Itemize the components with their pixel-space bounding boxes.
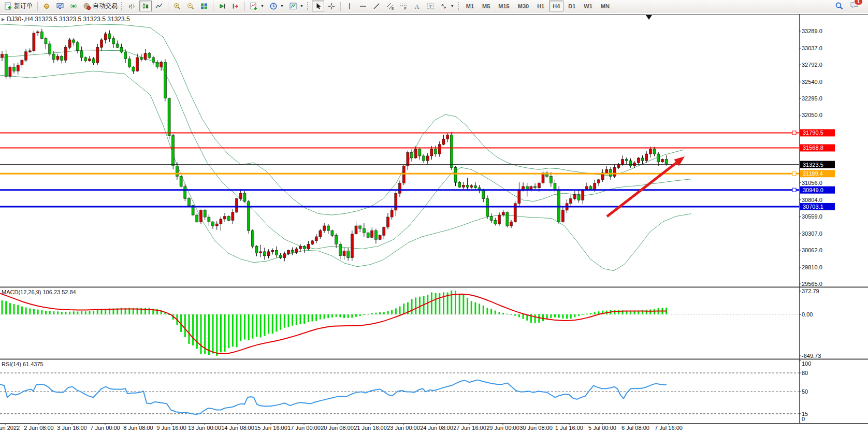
label-tool-button[interactable]: T xyxy=(424,1,437,11)
chart-title-text: DJ30-,H4 31323.5 31323.5 31323.5 31323.5 xyxy=(7,16,130,23)
timeframe-H1[interactable]: H1 xyxy=(533,1,548,11)
chart-shift-button[interactable] xyxy=(229,1,242,11)
axis-label: 32050.0 xyxy=(802,112,822,118)
macd-histogram-bar xyxy=(339,314,341,317)
chart-shift-marker-icon[interactable] xyxy=(646,15,652,20)
candle-body xyxy=(339,244,341,255)
macd-histogram-bar xyxy=(268,314,269,334)
level-line-handle[interactable] xyxy=(792,188,796,192)
candle-body xyxy=(359,226,361,228)
macd-histogram-bar xyxy=(272,314,273,334)
market-watch-button[interactable] xyxy=(54,1,66,11)
candle-body xyxy=(418,149,421,156)
bar-chart-icon xyxy=(128,2,136,10)
zoom-out-button[interactable] xyxy=(184,1,197,11)
auto-scroll-button[interactable] xyxy=(216,1,228,11)
arrows-tool-button[interactable]: ▼ xyxy=(438,1,456,11)
candle-body xyxy=(180,176,182,186)
profiles-button[interactable] xyxy=(40,1,53,11)
auto-trading-button[interactable]: 自动交易 xyxy=(81,1,120,11)
axis-label: 30307.0 xyxy=(802,230,822,237)
candle-body xyxy=(73,40,75,42)
candle-body xyxy=(13,67,16,71)
svg-text:A: A xyxy=(414,3,419,10)
timeframe-H4[interactable]: H4 xyxy=(549,1,563,11)
candle-body xyxy=(498,215,501,224)
toolbar-grip xyxy=(307,2,310,10)
axis-label: 31568.8 xyxy=(803,145,823,151)
navigator-icon xyxy=(69,2,78,10)
level-line-handle[interactable] xyxy=(792,172,796,176)
candle-body xyxy=(390,210,393,217)
periods-button[interactable]: ▼ xyxy=(267,1,286,11)
zoom-in-button[interactable] xyxy=(171,1,183,11)
vertical-line-icon xyxy=(345,2,354,10)
horizontal-line-tool-button[interactable] xyxy=(357,1,369,11)
timeframe-M30[interactable]: M30 xyxy=(514,1,532,11)
macd-histogram-bar xyxy=(431,292,432,314)
macd-histogram-bar xyxy=(514,314,516,316)
crosshair-tool-button[interactable] xyxy=(325,1,338,11)
timeframe-D1[interactable]: D1 xyxy=(565,1,579,11)
timeframe-M1[interactable]: M1 xyxy=(462,1,478,11)
indicators-button[interactable]: ▼ xyxy=(248,1,266,11)
timeframe-M15[interactable]: M15 xyxy=(495,1,513,11)
candle-body xyxy=(279,255,282,257)
new-order-button[interactable]: 新订单 xyxy=(2,1,35,11)
chart-canvas[interactable]: 33289.033037.032792.032540.032295.032050… xyxy=(0,0,868,433)
candle-body xyxy=(347,251,350,258)
one-click-trading-toggle-icon[interactable]: ▶ xyxy=(2,17,5,22)
candlestick-chart-button[interactable] xyxy=(139,1,152,11)
candle-body xyxy=(625,160,628,161)
candle-body xyxy=(232,212,234,221)
line-chart-button[interactable] xyxy=(153,1,165,11)
trendline-tool-button[interactable] xyxy=(370,1,383,11)
macd-histogram-bar xyxy=(284,314,285,328)
timeframe-W1[interactable]: W1 xyxy=(580,1,596,11)
candle-body xyxy=(629,161,632,166)
level-line-handle[interactable] xyxy=(792,131,796,135)
rsi-indicator-label: RSI(14) 61.4375 xyxy=(2,361,44,367)
candle-body xyxy=(204,210,206,217)
channel-tool-button[interactable]: E xyxy=(384,1,396,11)
tile-windows-button[interactable] xyxy=(198,1,210,11)
fibonacci-tool-button[interactable]: F xyxy=(397,1,410,11)
text-tool-button[interactable]: A xyxy=(411,1,423,11)
macd-histogram-bar xyxy=(264,314,265,336)
navigator-button[interactable] xyxy=(67,1,80,11)
bar-chart-button[interactable] xyxy=(126,1,138,11)
candle-body xyxy=(327,226,329,230)
candle-body xyxy=(641,158,644,161)
candle-body xyxy=(136,57,139,71)
candle-body xyxy=(259,252,262,253)
macd-histogram-bar xyxy=(379,312,381,314)
toolbar: 新订单 自动交易 xyxy=(0,0,868,12)
candle-body xyxy=(172,136,175,166)
candle-body xyxy=(598,180,600,183)
macd-histogram-bar xyxy=(248,314,250,340)
vertical-line-tool-button[interactable] xyxy=(343,1,356,11)
date-label: 7 Jul 16:00 xyxy=(655,425,683,431)
candle-body xyxy=(104,34,107,40)
chat-button[interactable]: 1 xyxy=(850,1,859,11)
candle-body xyxy=(56,56,59,60)
search-icon[interactable] xyxy=(835,2,844,10)
axis-label: 80 xyxy=(802,370,808,376)
macd-histogram-bar xyxy=(49,311,51,314)
axis-label: 31056.0 xyxy=(802,180,822,186)
macd-histogram-bar xyxy=(212,314,214,354)
cursor-tool-button[interactable] xyxy=(312,1,324,11)
macd-histogram-bar xyxy=(89,311,91,314)
candle-body xyxy=(100,40,103,47)
templates-button[interactable]: ▼ xyxy=(287,1,306,11)
candle-body xyxy=(164,62,166,98)
date-label: 3 Jun 16:00 xyxy=(57,425,87,431)
candle-body xyxy=(383,227,385,236)
timeframe-MN[interactable]: MN xyxy=(597,1,613,11)
candle-body xyxy=(243,193,246,201)
date-label: 9 Jun 16:00 xyxy=(156,425,186,431)
macd-histogram-bar xyxy=(208,314,210,355)
macd-histogram-bar xyxy=(33,309,35,314)
timeframe-M5[interactable]: M5 xyxy=(479,1,494,11)
date-label: 20 Jun 08:00 xyxy=(321,425,354,431)
